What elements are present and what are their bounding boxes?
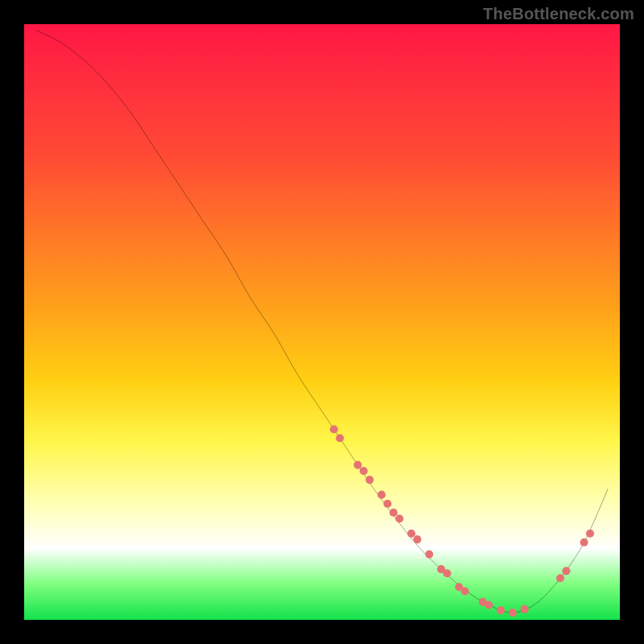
scatter-point [556, 574, 564, 582]
scatter-point [365, 476, 374, 484]
chart-svg [24, 24, 620, 620]
scatter-point [378, 491, 386, 499]
watermark-text: TheBottleneck.com [483, 5, 634, 23]
scatter-point [580, 539, 588, 547]
scatter-point [407, 530, 415, 538]
scatter-point [390, 509, 398, 517]
scatter-point [461, 587, 469, 595]
scatter-point [562, 567, 570, 575]
bottleneck-curve [36, 30, 608, 613]
scatter-point [521, 605, 529, 613]
scatter-point [425, 551, 433, 559]
scatter-point [360, 467, 368, 475]
scatter-point [586, 530, 594, 538]
scatter-point [443, 569, 451, 577]
scatter-point [509, 609, 517, 617]
scatter-markers [330, 425, 594, 617]
plot-area [24, 24, 620, 620]
scatter-point [383, 500, 391, 508]
scatter-point [330, 425, 338, 433]
scatter-point [413, 535, 421, 543]
scatter-point [497, 606, 505, 614]
scatter-point [336, 434, 344, 442]
scatter-point [395, 514, 403, 522]
scatter-point [485, 601, 493, 609]
scatter-point [353, 461, 361, 469]
chart-container: TheBottleneck.com [0, 0, 644, 644]
